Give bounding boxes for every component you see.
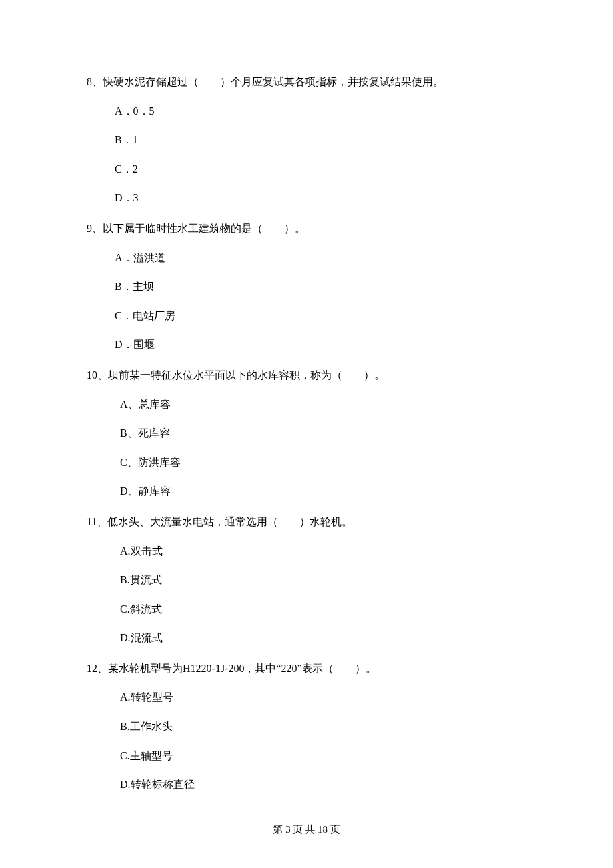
question-text: 11、低水头、大流量水电站，通常选用（ ）水轮机。: [87, 513, 526, 531]
option-a: A．0．5: [87, 103, 526, 120]
option-b: B、死库容: [87, 425, 526, 442]
option-c: C．2: [87, 161, 526, 178]
option-b: B.贯流式: [87, 571, 526, 589]
question-9: 9、以下属于临时性水工建筑物的是（ ）。 A．溢洪道 B．主坝 C．电站厂房 D…: [87, 220, 526, 353]
option-a: A．溢洪道: [87, 249, 526, 267]
question-11: 11、低水头、大流量水电站，通常选用（ ）水轮机。 A.双击式 B.贯流式 C.…: [87, 513, 526, 647]
option-c: C．电站厂房: [87, 307, 526, 325]
question-number: 12、: [87, 663, 108, 674]
option-b: B.工作水头: [87, 718, 526, 735]
question-12: 12、某水轮机型号为H1220-1J-200，其中“220”表示（ ）。 A.转…: [87, 660, 526, 793]
option-c: C、防洪库容: [87, 454, 526, 471]
question-text: 12、某水轮机型号为H1220-1J-200，其中“220”表示（ ）。: [87, 660, 526, 677]
question-text: 8、快硬水泥存储超过（ ）个月应复试其各项指标，并按复试结果使用。: [87, 73, 526, 91]
question-8: 8、快硬水泥存储超过（ ）个月应复试其各项指标，并按复试结果使用。 A．0．5 …: [87, 73, 526, 207]
option-b: B．主坝: [87, 278, 526, 295]
question-body: 以下属于临时性水工建筑物的是（ ）。: [103, 223, 305, 234]
question-body: 低水头、大流量水电站，通常选用（ ）水轮机。: [107, 516, 352, 527]
page-footer: 第 3 页 共 18 页: [0, 823, 613, 836]
question-body: 快硬水泥存储超过（ ）个月应复试其各项指标，并按复试结果使用。: [103, 76, 444, 87]
question-number: 8、: [87, 76, 103, 87]
option-d: D．围堰: [87, 336, 526, 353]
question-body: 某水轮机型号为H1220-1J-200，其中“220”表示（ ）。: [108, 663, 376, 674]
option-d: D.混流式: [87, 629, 526, 647]
question-text: 9、以下属于临时性水工建筑物的是（ ）。: [87, 220, 526, 237]
question-number: 11、: [87, 516, 107, 527]
option-c: C.斜流式: [87, 601, 526, 618]
question-number: 9、: [87, 223, 103, 234]
option-d: D、静库容: [87, 483, 526, 500]
option-a: A、总库容: [87, 396, 526, 413]
option-d: D.转轮标称直径: [87, 776, 526, 793]
option-a: A.转轮型号: [87, 689, 526, 706]
question-number: 10、: [87, 369, 108, 381]
question-text: 10、坝前某一特征水位水平面以下的水库容积，称为（ ）。: [87, 367, 526, 384]
option-c: C.主轴型号: [87, 747, 526, 765]
option-b: B．1: [87, 131, 526, 149]
option-d: D．3: [87, 189, 526, 207]
question-10: 10、坝前某一特征水位水平面以下的水库容积，称为（ ）。 A、总库容 B、死库容…: [87, 367, 526, 500]
question-body: 坝前某一特征水位水平面以下的水库容积，称为（ ）。: [108, 369, 385, 381]
option-a: A.双击式: [87, 543, 526, 560]
exam-content: 8、快硬水泥存储超过（ ）个月应复试其各项指标，并按复试结果使用。 A．0．5 …: [0, 0, 613, 793]
